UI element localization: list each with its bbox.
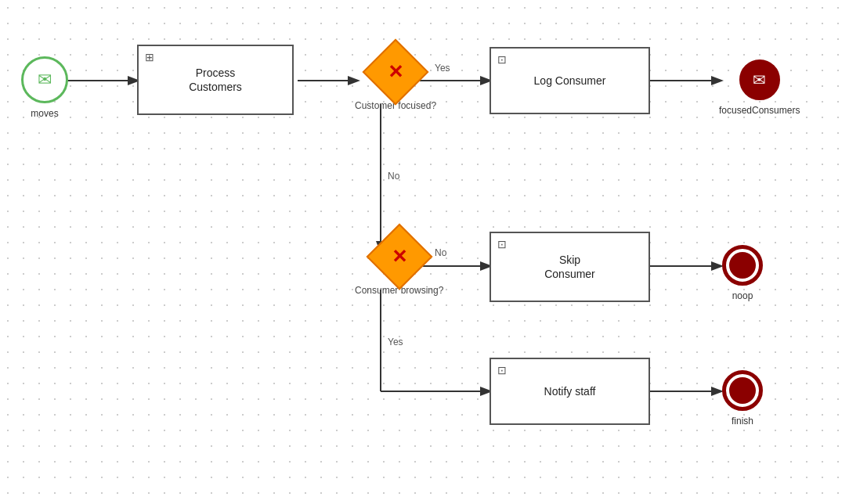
notify-staff-box: ⊡ Notify staff [490,358,650,425]
noop-end-circle [722,245,763,286]
gateway2-node[interactable]: ✕ Consumer browsing? [355,233,443,296]
gateway1-node[interactable]: ✕ Customer focused? [355,49,436,111]
yes1-label: Yes [435,63,450,74]
log-consumer-label: Log Consumer [534,74,606,88]
skip-consumer-box: ⊡ SkipConsumer [490,232,650,302]
skip-consumer-icon: ⊡ [497,238,507,250]
gateway2-icon: ✕ [392,247,407,266]
notify-staff-icon: ⊡ [497,364,507,376]
process-customers-box: ⊞ ProcessCustomers [137,45,294,115]
no2-label: No [435,247,446,258]
start-event-icon: ✉ [38,70,52,90]
log-consumer-node[interactable]: ⊡ Log Consumer [490,47,650,114]
focused-consumers-end-node[interactable]: ✉ focusedConsumers [719,59,800,116]
process-customers-label: ProcessCustomers [189,66,242,94]
finish-end-circle [722,370,763,411]
skip-consumer-node[interactable]: ⊡ SkipConsumer [490,232,650,302]
yes2-label: Yes [388,337,403,347]
log-consumer-icon: ⊡ [497,53,507,66]
focused-consumers-end-circle: ✉ [739,59,780,100]
gateway2-wrapper: ✕ Consumer browsing? [355,233,443,296]
notify-staff-label: Notify staff [544,384,596,398]
noop-end-label: noop [732,290,753,301]
gateway1-icon: ✕ [388,63,403,81]
no1-label: No [388,171,399,182]
notify-staff-node[interactable]: ⊡ Notify staff [490,358,650,425]
start-event-circle: ✉ [21,56,68,103]
process-customers-node[interactable]: ⊞ ProcessCustomers [137,45,294,115]
diagram-canvas: ✉ moves ⊞ ProcessCustomers ✕ Customer fo… [0,0,849,504]
gateway1-diamond: ✕ [363,39,429,106]
noop-end-node[interactable]: noop [722,245,763,301]
process-customers-icon: ⊞ [145,51,154,63]
finish-end-node[interactable]: finish [722,370,763,427]
start-event-node[interactable]: ✉ moves [21,56,68,119]
finish-end-inner [729,377,756,404]
finish-end-label: finish [732,416,753,427]
gateway1-wrapper: ✕ Customer focused? [355,49,436,111]
log-consumer-box: ⊡ Log Consumer [490,47,650,114]
focused-consumers-end-label: focusedConsumers [719,105,800,116]
focused-consumers-end-icon: ✉ [753,70,766,89]
start-event-label: moves [31,108,58,119]
skip-consumer-label: SkipConsumer [544,253,595,281]
gateway2-diamond: ✕ [366,224,432,290]
noop-end-inner [729,252,756,279]
